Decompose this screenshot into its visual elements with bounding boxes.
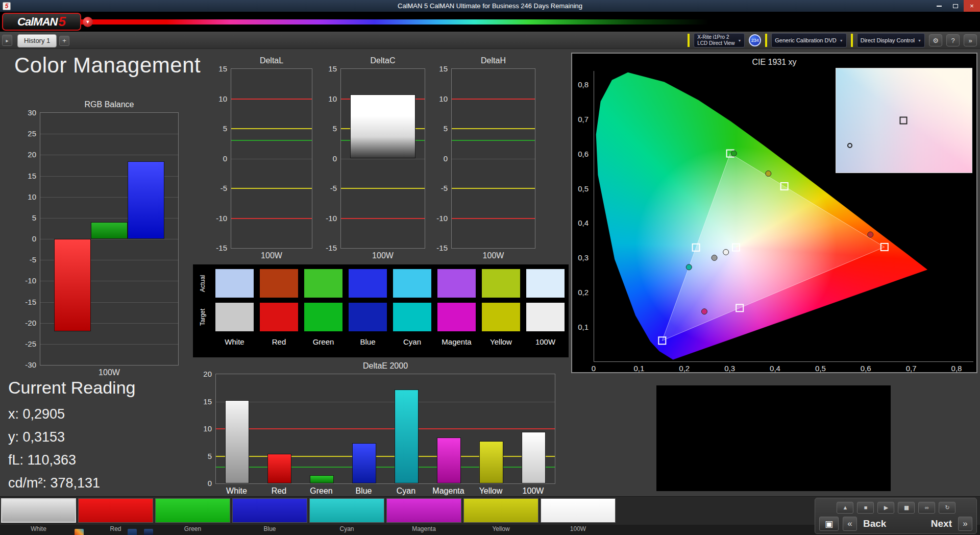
- chart-bar-green: [310, 475, 333, 483]
- flyout-arrow-button[interactable]: ▸: [2, 35, 12, 46]
- chart-bar-green: [91, 222, 127, 239]
- y-tick-label: -10: [216, 213, 227, 222]
- reference-line: [341, 218, 425, 219]
- tab-history-1[interactable]: History 1: [17, 34, 57, 47]
- pattern-swatch-cyan[interactable]: Cyan: [309, 498, 384, 534]
- y-tick-label: 5: [333, 124, 337, 133]
- close-button[interactable]: ×: [964, 0, 980, 12]
- y-tick-label: 5: [223, 124, 227, 133]
- stop-button[interactable]: ■: [857, 502, 874, 514]
- y-tick-label: 0: [444, 154, 448, 162]
- titlebar: 5 CalMAN 5 CalMAN Ultimate for Business …: [0, 0, 980, 12]
- pattern-swatch-color: [386, 498, 461, 523]
- reading-fl: fL: 110,363: [8, 449, 135, 472]
- y-tick-label: 10: [218, 94, 227, 103]
- settings-gear-button[interactable]: ⚙: [929, 34, 942, 46]
- y-tick-label: 0,8: [578, 80, 589, 88]
- pause-button[interactable]: ▮▮: [898, 502, 915, 514]
- pattern-swatch-color: [155, 498, 230, 523]
- reference-line: [231, 188, 312, 189]
- y-tick-label: 0: [208, 479, 212, 488]
- swatch-target-blue: [349, 303, 387, 331]
- taskbar-icon[interactable]: [75, 529, 84, 535]
- gridline: [341, 159, 425, 159]
- swatch-target-cyan: [393, 303, 431, 331]
- measurement-point-yellow: [766, 171, 771, 176]
- y-tick-label: -30: [25, 360, 36, 369]
- y-tick-label: -5: [30, 255, 36, 264]
- source-dropdown[interactable]: Generic Calibration DVD ▼: [771, 33, 846, 47]
- pattern-swatch-magenta[interactable]: Magenta: [386, 498, 461, 534]
- maximize-icon: [953, 4, 958, 8]
- x-tick-label: 0,1: [633, 364, 644, 373]
- pattern-swatch-green[interactable]: Green: [155, 498, 230, 534]
- maximize-button[interactable]: [947, 0, 964, 12]
- display-control-dropdown[interactable]: Direct Display Control ▼: [857, 33, 925, 47]
- y-tick-label: 15: [328, 64, 337, 73]
- meter-dropdown[interactable]: X-Rite i1Pro 2LCD Direct View ▼: [694, 33, 745, 47]
- pattern-swatch-red[interactable]: Red: [78, 498, 153, 534]
- meter-profile-badge[interactable]: 234: [749, 34, 761, 46]
- y-tick-label: 0,6: [578, 149, 589, 158]
- x-tick-label: 0,2: [679, 364, 690, 373]
- back-chevron-button[interactable]: «: [843, 517, 857, 531]
- pattern-swatch-label: Blue: [232, 523, 307, 534]
- y-tick-label: 15: [28, 171, 36, 180]
- swatch-table-row: Actual: [196, 269, 566, 298]
- pattern-window-button[interactable]: ▣: [819, 517, 839, 531]
- main-menu-button[interactable]: ▼: [83, 17, 93, 27]
- swatch-actual-yellow: [482, 269, 520, 298]
- y-tick-label: 30: [28, 108, 36, 117]
- taskbar-icon[interactable]: [144, 529, 153, 535]
- swatch-actual-cyan: [393, 269, 431, 298]
- app-icon: 5: [3, 2, 11, 10]
- logo-text: CalMAN: [17, 15, 57, 29]
- eject-button[interactable]: ▲: [837, 502, 853, 514]
- gridline: [231, 159, 312, 159]
- pattern-bar: WhiteRedGreenBlueCyanMagentaYellow100W ▲…: [0, 496, 980, 535]
- pattern-swatch-yellow[interactable]: Yellow: [463, 498, 538, 534]
- y-tick-label: 5: [32, 213, 36, 222]
- rgb-balance-chart: RGB Balance -30-25-20-15-10-505101520253…: [19, 100, 179, 380]
- column-label: Green: [304, 336, 342, 348]
- next-chevron-button[interactable]: »: [958, 517, 972, 531]
- toolbar-overflow-button[interactable]: »: [964, 34, 977, 46]
- y-tick-label: 0,2: [578, 288, 589, 297]
- add-tab-button[interactable]: +: [59, 36, 69, 46]
- y-tick-label: 15: [439, 64, 448, 73]
- gridline: [216, 402, 555, 402]
- swatch-actual-red: [260, 269, 298, 298]
- minimize-button[interactable]: [931, 0, 947, 12]
- x-tick-label: 0,7: [906, 364, 917, 373]
- help-button[interactable]: ?: [946, 34, 960, 46]
- taskbar-icon[interactable]: [128, 529, 137, 535]
- chart-bar-blue: [352, 443, 376, 483]
- y-tick-label: -15: [326, 244, 337, 252]
- continuous-read-button[interactable]: ∞: [918, 502, 935, 514]
- swatch-actual-white: [215, 269, 254, 298]
- chart-title: RGB Balance: [19, 100, 179, 112]
- swatch-target-yellow: [482, 303, 520, 331]
- pattern-swatch-blue[interactable]: Blue: [232, 498, 307, 534]
- gridline: [452, 159, 535, 159]
- y-axis: 05101520: [195, 374, 215, 484]
- y-tick-label: -10: [436, 213, 448, 222]
- chevron-down-icon: ▼: [840, 39, 843, 42]
- x-axis: 100W: [451, 249, 535, 263]
- pattern-swatch-100w[interactable]: 100W: [541, 498, 616, 534]
- chart-bar-100w: [522, 432, 545, 483]
- pattern-swatch-white[interactable]: White: [1, 498, 76, 534]
- refresh-button[interactable]: ↻: [939, 502, 955, 514]
- pattern-swatch-color: [309, 498, 384, 523]
- reference-line: [216, 456, 555, 457]
- y-tick-label: -5: [220, 184, 227, 192]
- measurement-point-red: [868, 232, 873, 237]
- back-button[interactable]: Back: [861, 518, 888, 529]
- x-axis-label: 100W: [231, 249, 312, 260]
- swatch-target-green: [304, 303, 342, 331]
- next-button[interactable]: Next: [929, 518, 954, 529]
- swatch-grid: ActualTargetWhiteRedGreenBlueCyanMagenta…: [196, 269, 566, 348]
- row-label-target: Target: [196, 303, 209, 331]
- play-button[interactable]: ▶: [877, 502, 894, 514]
- chart-bar-magenta: [437, 437, 460, 483]
